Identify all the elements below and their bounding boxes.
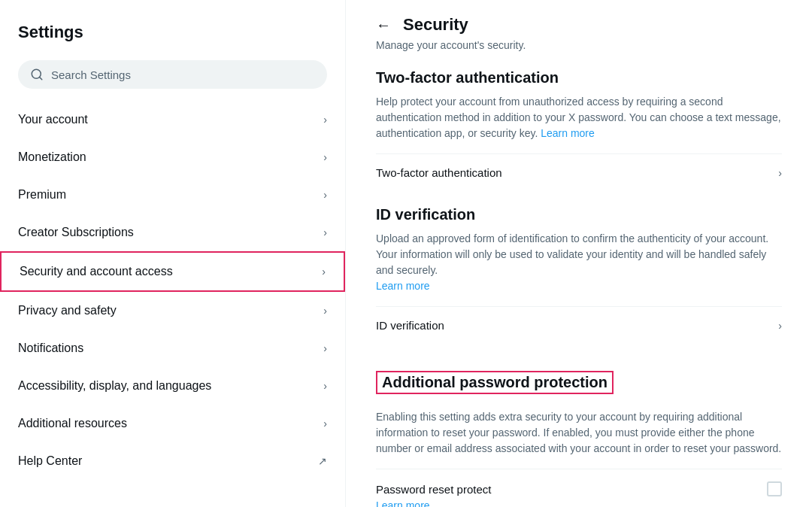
page-subtitle: Manage your account's security. xyxy=(376,39,782,51)
chevron-right-icon: › xyxy=(323,380,327,392)
learn-more-link-id-verification[interactable]: Learn more xyxy=(376,280,430,292)
chevron-right-icon: › xyxy=(323,189,327,201)
page-title: Security xyxy=(403,15,468,35)
search-placeholder: Search Settings xyxy=(51,68,131,81)
settings-title: Settings xyxy=(0,15,345,54)
section-id-verification: ID verification Upload an approved form … xyxy=(376,206,782,344)
chevron-right-icon: › xyxy=(323,417,327,430)
section-heading-id-verification: ID verification xyxy=(376,206,782,223)
learn-more-below-password: Learn more xyxy=(376,499,782,507)
section-desc-id-verification: Upload an approved form of identificatio… xyxy=(376,231,782,294)
sidebar-item-accessibility-display-languages[interactable]: Accessibility, display, and languages › xyxy=(0,367,345,405)
chevron-right-icon: › xyxy=(323,342,327,354)
external-link-icon: ↗ xyxy=(318,455,327,467)
section-heading-two-factor: Two-factor authentication xyxy=(376,69,782,87)
chevron-right-icon: › xyxy=(323,151,327,163)
learn-more-link-password-reset[interactable]: Learn more xyxy=(376,499,430,507)
chevron-right-icon: › xyxy=(322,266,326,278)
chevron-right-icon: › xyxy=(778,320,782,332)
sidebar-item-help-center[interactable]: Help Center ↗ xyxy=(0,442,345,480)
back-button[interactable]: ← xyxy=(376,17,391,34)
two-factor-auth-row[interactable]: Two-factor authentication › xyxy=(376,153,782,191)
section-additional-password-protection: Additional password protection Enabling … xyxy=(376,356,782,507)
sidebar-item-notifications[interactable]: Notifications › xyxy=(0,329,345,367)
section-heading-additional-password-protection: Additional password protection xyxy=(376,371,614,394)
chevron-right-icon: › xyxy=(323,226,327,238)
content-header: ← Security xyxy=(376,15,782,35)
sidebar-item-privacy-and-safety[interactable]: Privacy and safety › xyxy=(0,292,345,329)
search-icon xyxy=(30,68,44,81)
section-desc-additional-password-protection: Enabling this setting adds extra securit… xyxy=(376,409,782,457)
sidebar-item-additional-resources[interactable]: Additional resources › xyxy=(0,405,345,442)
sidebar-nav: Your account › Monetization › Premium › … xyxy=(0,101,345,480)
sidebar-item-creator-subscriptions[interactable]: Creator Subscriptions › xyxy=(0,214,345,251)
id-verification-row[interactable]: ID verification › xyxy=(376,306,782,344)
content-area: ← Security Manage your account's securit… xyxy=(346,0,812,507)
chevron-right-icon: › xyxy=(778,167,782,179)
sidebar-item-premium[interactable]: Premium › xyxy=(0,176,345,214)
learn-more-link-two-factor[interactable]: Learn more xyxy=(541,127,595,139)
search-container: Search Settings xyxy=(0,54,345,101)
section-desc-two-factor: Help protect your account from unauthori… xyxy=(376,94,782,141)
sidebar-item-your-account[interactable]: Your account › xyxy=(0,101,345,138)
sidebar-item-security-and-account-access[interactable]: Security and account access › xyxy=(0,251,345,292)
section-two-factor-auth: Two-factor authentication Help protect y… xyxy=(376,69,782,191)
search-box[interactable]: Search Settings xyxy=(18,60,327,89)
chevron-right-icon: › xyxy=(323,114,327,126)
chevron-right-icon: › xyxy=(323,305,327,317)
password-reset-row: Password reset protect xyxy=(376,469,782,499)
sidebar: Settings Search Settings Your account › … xyxy=(0,0,346,507)
sidebar-item-monetization[interactable]: Monetization › xyxy=(0,138,345,176)
svg-line-1 xyxy=(39,77,41,79)
password-reset-checkbox[interactable] xyxy=(767,481,782,496)
